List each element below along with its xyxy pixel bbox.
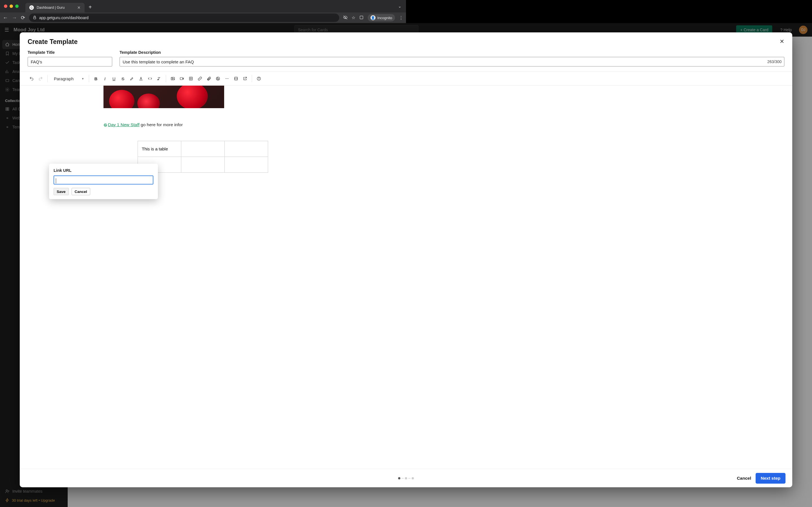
create-template-modal: Create Template ✕ Template Title Templat…: [20, 33, 406, 253]
attachment-button[interactable]: [205, 75, 213, 82]
help-toolbar-button[interactable]: [255, 75, 263, 82]
clear-format-button[interactable]: [155, 75, 163, 82]
table-cell[interactable]: This is a table: [138, 141, 181, 157]
modal-title: Create Template: [28, 38, 78, 46]
image-button[interactable]: [169, 75, 177, 82]
svg-point-18: [259, 79, 259, 80]
reload-button[interactable]: ⟳: [21, 15, 25, 21]
tab-close-icon[interactable]: ✕: [77, 5, 81, 10]
link-cancel-button[interactable]: Cancel: [71, 188, 90, 195]
template-description-label: Template Description: [119, 50, 406, 55]
link-save-button[interactable]: Save: [54, 188, 69, 195]
redo-button[interactable]: [37, 75, 45, 82]
tab-title: Dashboard | Guru: [37, 6, 74, 10]
bold-button[interactable]: B: [92, 75, 100, 82]
lock-icon: [33, 15, 37, 20]
editor-toolbar: Paragraph ▾ B I U S: [20, 71, 406, 86]
content-image[interactable]: [103, 86, 224, 108]
incognito-icon: 👤: [370, 15, 375, 20]
italic-button[interactable]: I: [101, 75, 109, 82]
template-title-input[interactable]: [28, 57, 112, 66]
bookmark-star-icon[interactable]: ☆: [352, 15, 355, 20]
content-guru-link[interactable]: Day 1 New Staff: [108, 122, 140, 127]
eye-off-icon[interactable]: [343, 15, 348, 20]
table-cell[interactable]: [225, 157, 268, 173]
chevron-down-icon: ▾: [82, 77, 84, 80]
extensions-icon[interactable]: [359, 15, 364, 20]
back-button[interactable]: ←: [3, 15, 8, 21]
iframe-button[interactable]: [232, 75, 240, 82]
link-url-label: Link URL: [54, 168, 153, 173]
format-label: Paragraph: [54, 76, 73, 81]
link-url-popover: Link URL Save Cancel: [49, 164, 158, 199]
guru-card-button[interactable]: [214, 75, 222, 82]
divider-button[interactable]: [223, 75, 231, 82]
format-select[interactable]: Paragraph ▾: [50, 76, 86, 81]
link-cancel-label: Cancel: [75, 189, 87, 194]
template-description-input[interactable]: [119, 57, 406, 66]
window-close[interactable]: [4, 4, 7, 8]
window-minimize[interactable]: [10, 4, 13, 8]
table-cell[interactable]: [181, 157, 225, 173]
undo-button[interactable]: [28, 75, 36, 82]
incognito-indicator[interactable]: 👤 Incognito: [368, 14, 395, 21]
content-text: go here for more infor: [140, 122, 183, 127]
open-external-button[interactable]: [241, 75, 249, 82]
link-button[interactable]: [196, 75, 204, 82]
browser-tab[interactable]: G Dashboard | Guru ✕: [26, 3, 85, 12]
video-button[interactable]: [178, 75, 186, 82]
svg-rect-13: [180, 77, 183, 80]
window-expand-icon[interactable]: ⌄: [398, 4, 402, 8]
address-bar[interactable]: app.getguru.com/dashboard: [29, 13, 339, 22]
new-tab-button[interactable]: +: [89, 4, 92, 10]
forward-button[interactable]: →: [12, 15, 17, 21]
table-cell[interactable]: [181, 141, 225, 157]
code-button[interactable]: [146, 75, 154, 82]
browser-toolbar: ← → ⟳ app.getguru.com/dashboard ☆ 👤 Inco…: [0, 12, 406, 23]
content-paragraph[interactable]: Day 1 New Staff go here for more infor: [103, 122, 406, 127]
link-url-input[interactable]: [54, 175, 153, 184]
svg-rect-1: [360, 16, 363, 19]
table-button[interactable]: [187, 75, 195, 82]
url-text: app.getguru.com/dashboard: [39, 15, 89, 20]
tab-favicon: G: [29, 5, 34, 10]
guru-link-icon: [103, 123, 107, 127]
table-cell[interactable]: [225, 141, 268, 157]
svg-point-12: [172, 78, 173, 78]
text-color-button[interactable]: [137, 75, 145, 82]
editor-content[interactable]: Day 1 New Staff go here for more infor T…: [20, 86, 406, 253]
strikethrough-button[interactable]: S: [119, 75, 127, 82]
incognito-label: Incognito: [377, 16, 392, 20]
highlight-button[interactable]: [128, 75, 136, 82]
text-cursor: [56, 178, 56, 183]
window-zoom[interactable]: [15, 4, 18, 8]
underline-button[interactable]: U: [110, 75, 118, 82]
kebab-menu-icon[interactable]: ⋮: [399, 15, 403, 20]
svg-rect-0: [34, 17, 36, 19]
svg-rect-11: [171, 77, 174, 80]
link-save-label: Save: [57, 189, 66, 194]
template-title-label: Template Title: [28, 50, 112, 55]
